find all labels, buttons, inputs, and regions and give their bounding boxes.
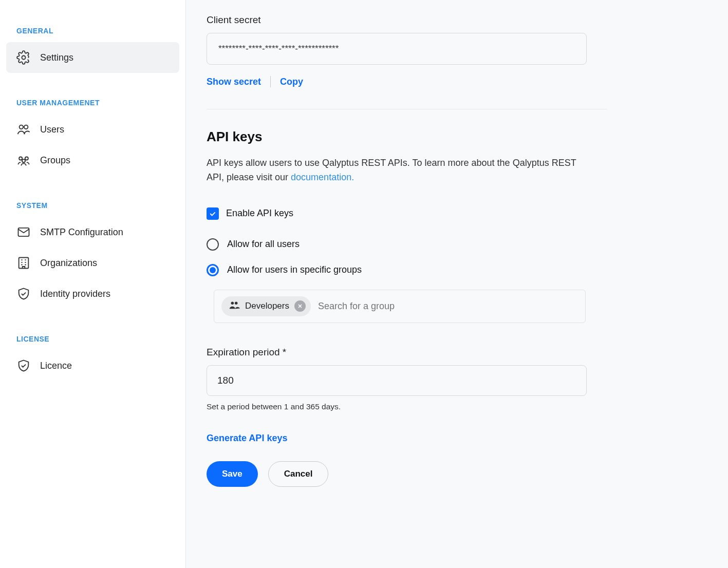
svg-point-1 [20, 125, 23, 129]
sidebar-item-settings[interactable]: Settings [6, 42, 179, 73]
svg-point-3 [19, 157, 22, 160]
remove-chip-icon[interactable] [294, 300, 306, 312]
save-button[interactable]: Save [207, 461, 258, 487]
sidebar-item-label: Settings [40, 52, 73, 63]
generate-api-keys-link[interactable]: Generate API keys [207, 433, 287, 444]
svg-point-0 [22, 56, 26, 60]
section-header-license: LICENSE [6, 325, 179, 350]
section-header-general: GENERAL [6, 16, 179, 42]
enable-api-keys-label: Enable API keys [226, 208, 293, 219]
sidebar: GENERAL Settings USER MANAGEMENET Users … [0, 0, 186, 568]
radio-input[interactable] [207, 238, 219, 251]
mail-icon [16, 225, 31, 239]
sidebar-item-smtp[interactable]: SMTP Configuration [6, 217, 179, 248]
building-icon [16, 256, 31, 270]
sidebar-item-identity-providers[interactable]: Identity providers [6, 278, 179, 309]
radio-label: Allow for all users [227, 239, 300, 250]
expiration-label: Expiration period * [207, 347, 669, 358]
radio-label: Allow for users in specific groups [227, 264, 362, 275]
api-keys-title: API keys [207, 129, 669, 145]
people-icon [229, 300, 240, 312]
section-divider [207, 109, 607, 109]
gear-icon [16, 50, 31, 65]
cancel-button[interactable]: Cancel [268, 461, 329, 487]
sidebar-item-label: Groups [40, 155, 70, 166]
content-area: Client secret ********-****-****-****-**… [186, 0, 728, 568]
show-secret-link[interactable]: Show secret [207, 77, 261, 87]
section-header-user-mgmt: USER MANAGEMENET [6, 88, 179, 114]
separator [270, 76, 271, 87]
api-keys-description: API keys allow users to use Qalyptus RES… [207, 156, 587, 185]
group-multiselect[interactable]: Developers [214, 290, 586, 323]
shield-check-icon [16, 358, 31, 373]
api-keys-allow-radios: Allow for all users Allow for users in s… [207, 238, 669, 323]
radio-input[interactable] [207, 264, 219, 276]
groups-icon [16, 153, 31, 167]
shield-check-icon [16, 287, 31, 301]
expiration-input[interactable] [207, 365, 587, 396]
svg-rect-6 [18, 228, 29, 236]
sidebar-item-groups[interactable]: Groups [6, 145, 179, 176]
sidebar-item-label: Organizations [40, 258, 97, 269]
radio-allow-all[interactable]: Allow for all users [207, 238, 669, 251]
users-icon [16, 122, 31, 137]
enable-api-keys-row[interactable]: Enable API keys [207, 207, 669, 220]
documentation-link[interactable]: documentation. [291, 172, 354, 182]
svg-point-4 [25, 157, 28, 160]
group-search-input[interactable] [318, 301, 578, 312]
enable-api-keys-checkbox[interactable] [207, 207, 219, 220]
sidebar-item-licence[interactable]: Licence [6, 350, 179, 381]
client-secret-label: Client secret [207, 14, 669, 26]
client-secret-value: ********-****-****-****-************ [207, 33, 587, 65]
sidebar-item-label: Licence [40, 361, 72, 371]
copy-secret-link[interactable]: Copy [280, 77, 303, 87]
svg-point-8 [231, 301, 234, 305]
section-header-system: SYSTEM [6, 191, 179, 217]
sidebar-item-label: Users [40, 124, 64, 135]
svg-point-9 [235, 301, 238, 305]
group-chip: Developers [221, 296, 311, 316]
svg-point-5 [22, 159, 25, 162]
sidebar-item-organizations[interactable]: Organizations [6, 248, 179, 278]
svg-point-2 [24, 125, 28, 129]
group-chip-label: Developers [245, 301, 289, 311]
radio-allow-groups[interactable]: Allow for users in specific groups [207, 264, 669, 276]
expiration-hint: Set a period between 1 and 365 days. [207, 402, 669, 411]
sidebar-item-label: Identity providers [40, 289, 110, 299]
sidebar-item-label: SMTP Configuration [40, 227, 123, 238]
sidebar-item-users[interactable]: Users [6, 114, 179, 145]
